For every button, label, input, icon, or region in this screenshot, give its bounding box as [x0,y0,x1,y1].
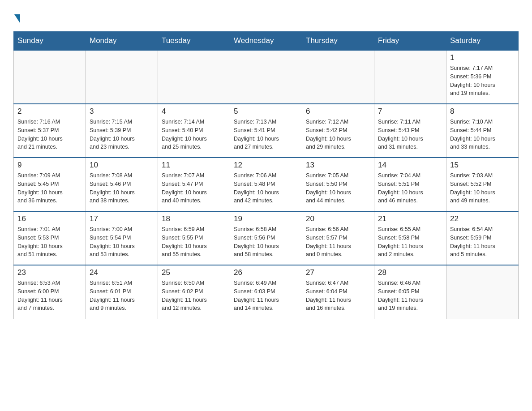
page-header [13,9,519,23]
day-number: 11 [162,161,226,170]
weekday-header-friday: Friday [374,32,446,51]
day-number: 10 [90,161,154,170]
day-number: 26 [234,268,298,277]
calendar-table: SundayMondayTuesdayWednesdayThursdayFrid… [13,31,519,319]
day-info: Sunrise: 7:15 AMSunset: 5:39 PMDaylight:… [90,118,154,151]
day-number: 6 [306,107,370,116]
day-info: Sunrise: 7:16 AMSunset: 5:37 PMDaylight:… [17,118,82,151]
calendar-cell: 6Sunrise: 7:12 AMSunset: 5:42 PMDaylight… [302,104,374,158]
day-number: 28 [378,268,442,277]
day-info: Sunrise: 6:58 AMSunset: 5:56 PMDaylight:… [234,225,298,259]
calendar-cell: 20Sunrise: 6:56 AMSunset: 5:57 PMDayligh… [302,211,374,265]
calendar-cell: 19Sunrise: 6:58 AMSunset: 5:56 PMDayligh… [230,211,302,265]
day-number: 3 [90,107,154,116]
day-number: 19 [234,214,298,223]
calendar-cell: 22Sunrise: 6:54 AMSunset: 5:59 PMDayligh… [446,211,519,265]
calendar-cell: 14Sunrise: 7:04 AMSunset: 5:51 PMDayligh… [374,158,446,211]
day-number: 5 [234,107,298,116]
calendar-cell: 11Sunrise: 7:07 AMSunset: 5:47 PMDayligh… [158,158,230,211]
weekday-header-row: SundayMondayTuesdayWednesdayThursdayFrid… [14,32,519,51]
calendar-cell [374,50,446,104]
calendar-cell: 15Sunrise: 7:03 AMSunset: 5:52 PMDayligh… [446,158,519,211]
day-number: 27 [306,268,370,277]
day-info: Sunrise: 6:51 AMSunset: 6:01 PMDaylight:… [90,279,154,313]
day-info: Sunrise: 7:10 AMSunset: 5:44 PMDaylight:… [450,118,515,151]
calendar-cell: 25Sunrise: 6:50 AMSunset: 6:02 PMDayligh… [158,265,230,319]
day-info: Sunrise: 6:54 AMSunset: 5:59 PMDaylight:… [450,225,515,259]
logo [13,9,20,23]
weekday-header-sunday: Sunday [14,32,86,51]
calendar-cell: 21Sunrise: 6:55 AMSunset: 5:58 PMDayligh… [374,211,446,265]
day-info: Sunrise: 7:04 AMSunset: 5:51 PMDaylight:… [378,171,442,205]
weekday-header-wednesday: Wednesday [230,32,302,51]
day-info: Sunrise: 6:50 AMSunset: 6:02 PMDaylight:… [162,279,226,313]
calendar-cell: 13Sunrise: 7:05 AMSunset: 5:50 PMDayligh… [302,158,374,211]
day-info: Sunrise: 7:13 AMSunset: 5:41 PMDaylight:… [234,118,298,151]
day-info: Sunrise: 7:07 AMSunset: 5:47 PMDaylight:… [162,171,226,205]
day-info: Sunrise: 7:00 AMSunset: 5:54 PMDaylight:… [90,225,154,259]
day-info: Sunrise: 7:08 AMSunset: 5:46 PMDaylight:… [90,171,154,205]
calendar-cell: 10Sunrise: 7:08 AMSunset: 5:46 PMDayligh… [86,158,158,211]
day-number: 13 [306,161,370,170]
day-number: 15 [450,161,515,170]
day-number: 23 [17,268,82,277]
day-number: 7 [378,107,442,116]
day-number: 22 [450,214,515,223]
calendar-cell: 2Sunrise: 7:16 AMSunset: 5:37 PMDaylight… [14,104,86,158]
calendar-cell: 12Sunrise: 7:06 AMSunset: 5:48 PMDayligh… [230,158,302,211]
calendar-cell: 5Sunrise: 7:13 AMSunset: 5:41 PMDaylight… [230,104,302,158]
calendar-cell: 4Sunrise: 7:14 AMSunset: 5:40 PMDaylight… [158,104,230,158]
calendar-cell: 18Sunrise: 6:59 AMSunset: 5:55 PMDayligh… [158,211,230,265]
weekday-header-thursday: Thursday [302,32,374,51]
calendar-cell: 16Sunrise: 7:01 AMSunset: 5:53 PMDayligh… [14,211,86,265]
day-info: Sunrise: 7:14 AMSunset: 5:40 PMDaylight:… [162,118,226,151]
week-row-2: 2Sunrise: 7:16 AMSunset: 5:37 PMDaylight… [14,104,519,158]
calendar-cell: 7Sunrise: 7:11 AMSunset: 5:43 PMDaylight… [374,104,446,158]
day-info: Sunrise: 7:01 AMSunset: 5:53 PMDaylight:… [17,225,82,259]
day-info: Sunrise: 7:11 AMSunset: 5:43 PMDaylight:… [378,118,442,151]
logo-arrow-icon [14,14,20,23]
calendar-cell [446,265,519,319]
calendar-cell [158,50,230,104]
day-info: Sunrise: 6:47 AMSunset: 6:04 PMDaylight:… [306,279,370,313]
calendar-cell: 27Sunrise: 6:47 AMSunset: 6:04 PMDayligh… [302,265,374,319]
calendar-cell: 1Sunrise: 7:17 AMSunset: 5:36 PMDaylight… [446,50,519,104]
day-info: Sunrise: 7:06 AMSunset: 5:48 PMDaylight:… [234,171,298,205]
day-info: Sunrise: 6:49 AMSunset: 6:03 PMDaylight:… [234,279,298,313]
day-info: Sunrise: 7:03 AMSunset: 5:52 PMDaylight:… [450,171,515,205]
day-number: 14 [378,161,442,170]
calendar-cell: 17Sunrise: 7:00 AMSunset: 5:54 PMDayligh… [86,211,158,265]
day-number: 12 [234,161,298,170]
day-number: 9 [17,161,82,170]
day-number: 1 [450,53,515,62]
calendar-cell: 23Sunrise: 6:53 AMSunset: 6:00 PMDayligh… [14,265,86,319]
weekday-header-tuesday: Tuesday [158,32,230,51]
day-number: 8 [450,107,515,116]
day-number: 20 [306,214,370,223]
day-info: Sunrise: 6:55 AMSunset: 5:58 PMDaylight:… [378,225,442,259]
day-info: Sunrise: 6:56 AMSunset: 5:57 PMDaylight:… [306,225,370,259]
day-number: 17 [90,214,154,223]
calendar-cell: 3Sunrise: 7:15 AMSunset: 5:39 PMDaylight… [86,104,158,158]
day-info: Sunrise: 7:17 AMSunset: 5:36 PMDaylight:… [450,64,515,98]
day-info: Sunrise: 7:12 AMSunset: 5:42 PMDaylight:… [306,118,370,151]
day-info: Sunrise: 6:59 AMSunset: 5:55 PMDaylight:… [162,225,226,259]
day-info: Sunrise: 7:05 AMSunset: 5:50 PMDaylight:… [306,171,370,205]
week-row-4: 16Sunrise: 7:01 AMSunset: 5:53 PMDayligh… [14,211,519,265]
weekday-header-monday: Monday [86,32,158,51]
week-row-1: 1Sunrise: 7:17 AMSunset: 5:36 PMDaylight… [14,50,519,104]
calendar-cell: 9Sunrise: 7:09 AMSunset: 5:45 PMDaylight… [14,158,86,211]
week-row-5: 23Sunrise: 6:53 AMSunset: 6:00 PMDayligh… [14,265,519,319]
calendar-cell [14,50,86,104]
calendar-cell [86,50,158,104]
day-number: 18 [162,214,226,223]
calendar-cell: 24Sunrise: 6:51 AMSunset: 6:01 PMDayligh… [86,265,158,319]
day-number: 25 [162,268,226,277]
day-number: 24 [90,268,154,277]
calendar-cell [302,50,374,104]
calendar-cell [230,50,302,104]
weekday-header-saturday: Saturday [446,32,519,51]
calendar-cell: 28Sunrise: 6:46 AMSunset: 6:05 PMDayligh… [374,265,446,319]
calendar-cell: 26Sunrise: 6:49 AMSunset: 6:03 PMDayligh… [230,265,302,319]
day-info: Sunrise: 7:09 AMSunset: 5:45 PMDaylight:… [17,171,82,205]
